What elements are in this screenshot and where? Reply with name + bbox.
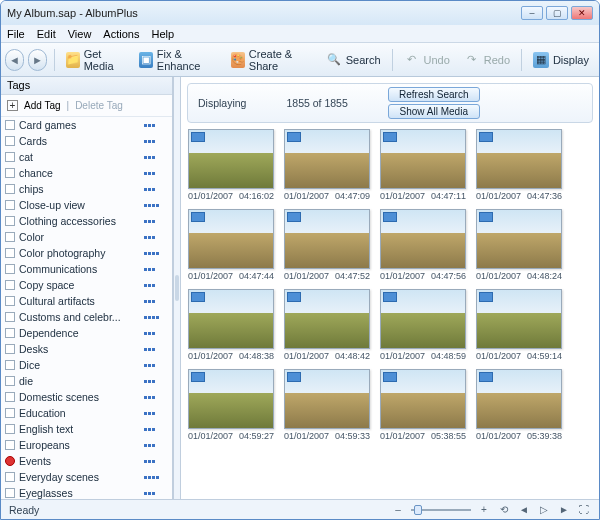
tag-checkbox[interactable] [5,200,15,210]
tag-row[interactable]: Card games [1,117,172,133]
menu-view[interactable]: View [68,28,92,40]
tag-row[interactable]: Domestic scenes [1,389,172,405]
tag-row[interactable]: chance [1,165,172,181]
tag-row[interactable]: cat [1,149,172,165]
tag-row[interactable]: Eyeglasses [1,485,172,499]
nav-forward-button[interactable]: ► [28,49,47,71]
zoom-in-icon[interactable]: + [477,503,491,517]
tag-checkbox[interactable] [5,296,15,306]
thumbnail-image[interactable] [284,129,370,189]
menu-help[interactable]: Help [151,28,174,40]
sidebar-collapse-handle[interactable] [173,77,181,499]
thumbnail-image[interactable] [476,289,562,349]
tag-row[interactable]: Dice [1,357,172,373]
tag-row[interactable]: Europeans [1,437,172,453]
thumbnail-image[interactable] [380,369,466,429]
thumbnail-cell[interactable]: 01/01/200704:59:33 [283,369,371,445]
fix-enhance-button[interactable]: ▣ Fix & Enhance [133,47,222,73]
tag-row[interactable]: Copy space [1,277,172,293]
thumbnail-cell[interactable]: 01/01/200704:47:52 [283,209,371,285]
display-button[interactable]: ▦ Display [527,47,595,73]
next-icon[interactable]: ► [557,503,571,517]
thumbnail-cell[interactable]: 01/01/200704:48:42 [283,289,371,365]
maximize-button[interactable]: ▢ [546,6,568,20]
tag-row[interactable]: Events [1,453,172,469]
show-all-media-button[interactable]: Show All Media [388,104,480,119]
thumbnail-image[interactable] [188,209,274,269]
tag-checkbox[interactable] [5,248,15,258]
add-tag-button[interactable]: Add Tag [24,100,61,111]
thumbnail-cell[interactable]: 01/01/200704:48:59 [379,289,467,365]
nav-back-button[interactable]: ◄ [5,49,24,71]
thumbnail-cell[interactable]: 01/01/200704:48:38 [187,289,275,365]
menu-edit[interactable]: Edit [37,28,56,40]
rotate-left-icon[interactable]: ⟲ [497,503,511,517]
thumbnail-image[interactable] [188,289,274,349]
thumbnail-image[interactable] [284,289,370,349]
title-bar[interactable]: My Album.sap - AlbumPlus – ▢ ✕ [1,1,599,25]
tag-row[interactable]: Close-up view [1,197,172,213]
minimize-button[interactable]: – [521,6,543,20]
tag-row[interactable]: chips [1,181,172,197]
thumbnail-image[interactable] [188,369,274,429]
tag-list[interactable]: Card gamesCardscatchancechipsClose-up vi… [1,117,172,499]
tag-row[interactable]: Cultural artifacts [1,293,172,309]
thumbnail-cell[interactable]: 01/01/200704:48:24 [475,209,563,285]
tag-row[interactable]: Education [1,405,172,421]
tag-row[interactable]: Color photography [1,245,172,261]
tag-checkbox[interactable] [5,440,15,450]
thumbnail-image[interactable] [476,209,562,269]
tag-row[interactable]: English text [1,421,172,437]
thumbnail-cell[interactable]: 01/01/200704:59:14 [475,289,563,365]
thumbnail-cell[interactable]: 01/01/200704:47:09 [283,129,371,205]
thumbnail-cell[interactable]: 01/01/200704:47:36 [475,129,563,205]
tag-row[interactable]: Everyday scenes [1,469,172,485]
zoom-out-icon[interactable]: – [391,503,405,517]
refresh-search-button[interactable]: Refresh Search [388,87,480,102]
tag-checkbox[interactable] [5,424,15,434]
tag-checkbox[interactable] [5,120,15,130]
tag-row[interactable]: die [1,373,172,389]
create-share-button[interactable]: 🎨 Create & Share [225,47,318,73]
search-button[interactable]: 🔍 Search [320,47,387,73]
close-button[interactable]: ✕ [571,6,593,20]
thumbnail-image[interactable] [380,129,466,189]
tag-row[interactable]: Communications [1,261,172,277]
thumbnail-cell[interactable]: 01/01/200704:47:11 [379,129,467,205]
thumbnail-image[interactable] [284,209,370,269]
menu-actions[interactable]: Actions [103,28,139,40]
tag-checkbox[interactable] [5,472,15,482]
tag-checkbox[interactable] [5,152,15,162]
tag-checkbox[interactable] [5,232,15,242]
tag-checkbox[interactable] [5,280,15,290]
thumbnail-image[interactable] [188,129,274,189]
thumbnail-cell[interactable]: 01/01/200705:39:38 [475,369,563,445]
tag-checkbox[interactable] [5,264,15,274]
thumbnail-image[interactable] [380,289,466,349]
tag-row[interactable]: Color [1,229,172,245]
tag-checkbox[interactable] [5,328,15,338]
zoom-slider[interactable] [411,509,471,511]
thumbnail-cell[interactable]: 01/01/200704:16:02 [187,129,275,205]
thumbnail-image[interactable] [284,369,370,429]
tag-checkbox[interactable] [5,344,15,354]
thumbnail-image[interactable] [380,209,466,269]
thumbnail-image[interactable] [476,129,562,189]
undo-button[interactable]: ↶ Undo [397,47,455,73]
tag-checkbox[interactable] [5,216,15,226]
thumbnail-cell[interactable]: 01/01/200705:38:55 [379,369,467,445]
tag-checkbox[interactable] [5,392,15,402]
menu-file[interactable]: File [7,28,25,40]
thumbnail-image[interactable] [476,369,562,429]
tag-row[interactable]: Desks [1,341,172,357]
play-icon[interactable]: ▷ [537,503,551,517]
thumbnail-cell[interactable]: 01/01/200704:47:44 [187,209,275,285]
tag-checkbox[interactable] [5,376,15,386]
delete-tag-button[interactable]: Delete Tag [75,100,123,111]
prev-icon[interactable]: ◄ [517,503,531,517]
tag-checkbox[interactable] [5,488,15,498]
tag-checkbox[interactable] [5,168,15,178]
tag-checkbox[interactable] [5,184,15,194]
tag-checkbox[interactable] [5,360,15,370]
redo-button[interactable]: ↷ Redo [458,47,516,73]
